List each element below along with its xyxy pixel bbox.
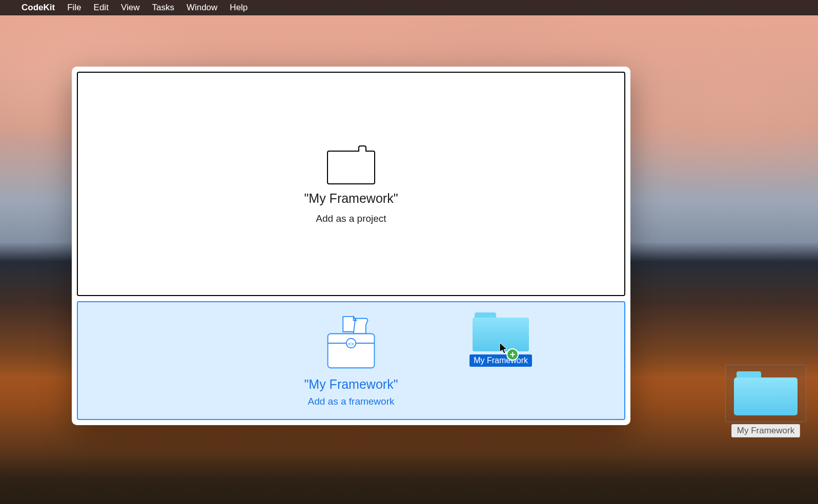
- menu-edit[interactable]: Edit: [94, 3, 109, 13]
- menu-view[interactable]: View: [121, 3, 140, 13]
- drop-zone-project[interactable]: "My Framework" Add as a project: [77, 72, 625, 296]
- desktop-folder-selection: [725, 365, 806, 422]
- drop-framework-title: "My Framework": [304, 377, 398, 392]
- menu-window[interactable]: Window: [187, 3, 217, 13]
- app-menu[interactable]: CodeKit: [22, 3, 55, 13]
- menu-file[interactable]: File: [67, 3, 81, 13]
- dragged-folder[interactable]: My Framework +: [469, 312, 532, 367]
- drop-project-subtitle: Add as a project: [316, 213, 386, 224]
- menu-help[interactable]: Help: [230, 3, 248, 13]
- menu-bar: CodeKit File Edit View Tasks Window Help: [0, 0, 818, 15]
- cursor-icon: [499, 342, 508, 356]
- desktop-folder[interactable]: My Framework: [725, 365, 807, 437]
- codekit-window: "My Framework" Add as a project <>: [72, 67, 630, 425]
- folder-outline-icon: [325, 144, 377, 186]
- drop-framework-subtitle: Add as a framework: [308, 396, 395, 407]
- drop-project-title: "My Framework": [304, 191, 398, 206]
- drop-zone-framework[interactable]: <> "My Framework" Add as a framework My …: [77, 301, 625, 420]
- folder-icon: [734, 371, 797, 415]
- menu-tasks[interactable]: Tasks: [152, 3, 174, 13]
- svg-text:<>: <>: [348, 341, 354, 346]
- desktop-folder-label: My Framework: [731, 424, 800, 437]
- framework-box-icon: <>: [325, 314, 377, 374]
